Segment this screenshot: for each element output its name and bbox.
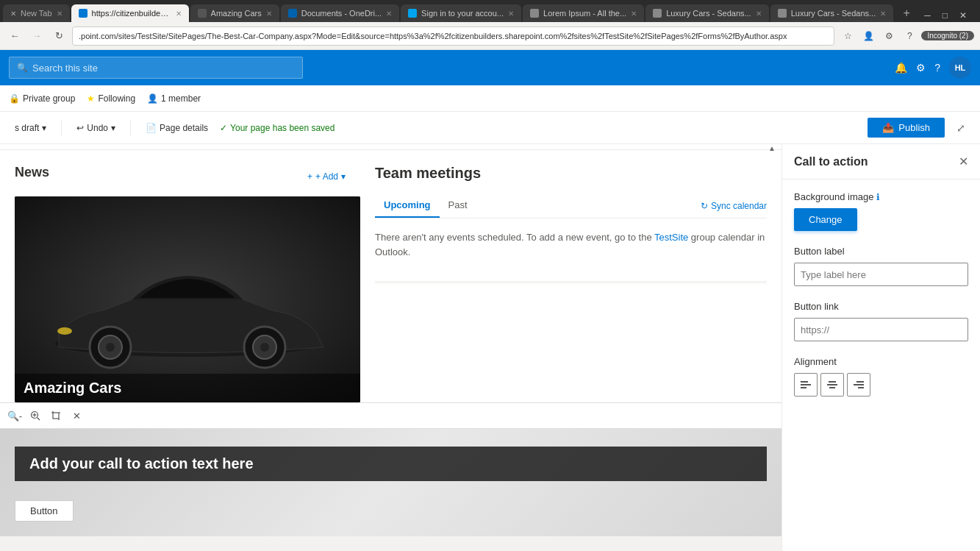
cta-button[interactable]: Button <box>15 500 74 522</box>
tab-label: New Tab <box>21 9 52 18</box>
tab-sharepoint[interactable]: https://citizenbuilders... ✕ <box>71 4 189 22</box>
tab-close-ac[interactable]: ✕ <box>266 10 272 18</box>
settings-icon[interactable]: ⚙ <box>916 62 926 74</box>
page-details-item[interactable]: 📄 Page details <box>140 120 214 136</box>
restore-btn[interactable]: □ <box>938 9 952 22</box>
cta-section: Add your call to action text here Button <box>0 429 782 536</box>
crop-btn[interactable] <box>47 407 65 424</box>
undo-item[interactable]: ↩ Undo ▾ <box>71 120 121 136</box>
private-group-label: Private group <box>23 93 75 104</box>
svg-point-7 <box>260 343 269 352</box>
tab-close-new[interactable]: ✕ <box>57 10 62 18</box>
sync-icon: ↻ <box>701 201 708 211</box>
align-right-btn[interactable] <box>847 373 870 397</box>
expand-button[interactable]: ⤢ <box>951 118 971 138</box>
cta-text: Add your call to action text here <box>29 455 254 472</box>
two-col-layout: News + + Add ▾ <box>0 150 782 402</box>
draft-item[interactable]: s draft ▾ <box>9 120 52 136</box>
tab-lorem[interactable]: Lorem Ipsum - All the... ✕ <box>523 4 644 22</box>
edit-toolbar: s draft ▾ ↩ Undo ▾ 📄 Page details ✓ Your… <box>0 112 980 144</box>
new-tab-btn[interactable]: + <box>896 4 917 22</box>
bg-image-label-text: Background image <box>794 191 873 202</box>
testsite-link[interactable]: TestSite <box>654 232 688 243</box>
profile-btn[interactable]: 👤 <box>859 27 877 45</box>
search-input[interactable] <box>32 63 295 74</box>
alignment-buttons <box>794 373 968 397</box>
svg-rect-13 <box>53 413 59 419</box>
button-label-input[interactable] <box>794 263 968 286</box>
svg-line-10 <box>37 418 40 421</box>
meetings-title: Team meetings <box>375 165 767 182</box>
svg-point-8 <box>57 327 72 335</box>
notifications-icon[interactable]: 🔔 <box>895 62 907 74</box>
forward-btn[interactable]: → <box>28 27 46 45</box>
add-button[interactable]: + + Add ▾ <box>307 171 346 182</box>
zoom-in-btn[interactable] <box>26 407 44 424</box>
button-label-title: Button label <box>794 246 968 257</box>
car-hero-title: Amazing Cars <box>24 380 121 396</box>
add-label: + Add <box>315 171 338 182</box>
tab-past[interactable]: Past <box>440 193 476 218</box>
panel-header: Call to action ✕ <box>782 144 980 179</box>
address-input[interactable] <box>72 26 834 46</box>
incognito-badge[interactable]: Incognito (2) <box>921 31 974 40</box>
minimize-btn[interactable]: ─ <box>920 9 935 22</box>
tab-favicon-ms <box>408 9 417 18</box>
following-item[interactable]: ★ Following <box>87 93 135 104</box>
back-btn[interactable]: ← <box>6 27 24 45</box>
reload-btn[interactable]: ↻ <box>50 27 68 45</box>
saved-status: ✓ Your page has been saved <box>220 123 335 133</box>
bookmark-btn[interactable]: ☆ <box>839 27 856 45</box>
member-count: 👤 1 member <box>147 93 201 104</box>
tab-luxury2[interactable]: Luxury Cars - Sedans... ✕ <box>770 4 894 22</box>
close-window-btn[interactable]: ✕ <box>955 9 971 22</box>
remove-image-btn[interactable]: ✕ <box>68 407 85 424</box>
car-svg <box>15 196 360 402</box>
change-image-btn[interactable]: Change <box>794 208 857 231</box>
align-center-btn[interactable] <box>820 373 844 397</box>
tab-close-l1[interactable]: ✕ <box>756 10 762 18</box>
scroll-up-btn[interactable]: ▲ <box>768 144 776 152</box>
toolbar-divider-2 <box>130 121 131 135</box>
tab-onedrive[interactable]: Documents - OneDri... ✕ <box>281 4 399 22</box>
tab-close-ms[interactable]: ✕ <box>508 10 514 18</box>
news-column: News + + Add ▾ <box>0 150 360 402</box>
undo-icon: ↩ <box>76 123 84 133</box>
meetings-column: Team meetings Upcoming Past ↻ Sync calen… <box>360 150 782 402</box>
help-icon[interactable]: ? <box>934 62 940 74</box>
undo-chevron: ▾ <box>111 123 115 133</box>
tab-new[interactable]: ✕ New Tab ✕ <box>3 4 70 22</box>
tab-close-lorem[interactable]: ✕ <box>631 10 637 18</box>
tab-close-l2[interactable]: ✕ <box>880 10 886 18</box>
svg-rect-18 <box>801 381 808 383</box>
panel-close-btn[interactable]: ✕ <box>959 154 968 168</box>
align-left-btn[interactable] <box>794 373 818 397</box>
add-icon: + <box>307 171 312 182</box>
check-icon: ✓ <box>220 123 227 133</box>
publish-button[interactable]: 📤 Publish <box>868 118 945 138</box>
info-icon[interactable]: ℹ <box>876 192 880 202</box>
svg-rect-22 <box>827 384 837 385</box>
page-details-icon: 📄 <box>146 123 157 133</box>
settings-btn[interactable]: ⚙ <box>880 27 898 45</box>
help-btn[interactable]: ? <box>901 27 918 45</box>
tab-upcoming[interactable]: Upcoming <box>375 193 440 218</box>
sp-header-right: 🔔 ⚙ ? HL <box>895 57 971 79</box>
tab-ms[interactable]: Sign in to your accou... ✕ <box>401 4 521 22</box>
tab-amazing-cars[interactable]: Amazing Cars ✕ <box>190 4 279 22</box>
zoom-out-btn[interactable]: 🔍- <box>6 407 24 424</box>
sp-search-box[interactable]: 🔍 <box>9 57 303 79</box>
cta-text-block: Add your call to action text here <box>15 447 767 481</box>
private-group: 🔒 Private group <box>9 93 75 104</box>
main-area: ▲ News + + Add ▾ <box>0 144 980 551</box>
tab-luxury1[interactable]: Luxury Cars - Sedans... ✕ <box>645 4 769 22</box>
avatar[interactable]: HL <box>949 57 971 79</box>
publish-icon: 📤 <box>882 122 894 133</box>
button-link-input[interactable] <box>794 318 968 341</box>
sync-calendar-btn[interactable]: ↻ Sync calendar <box>701 201 767 211</box>
svg-rect-21 <box>829 381 836 383</box>
svg-point-4 <box>106 343 115 352</box>
undo-label: Undo <box>87 123 108 133</box>
tab-close-od[interactable]: ✕ <box>386 10 392 18</box>
tab-close-sp[interactable]: ✕ <box>176 10 182 18</box>
